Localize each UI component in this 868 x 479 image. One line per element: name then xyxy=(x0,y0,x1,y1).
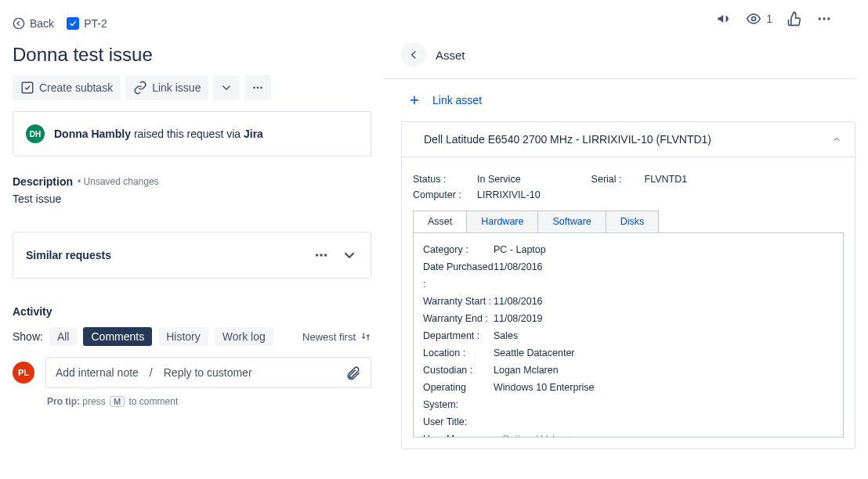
link-asset-button[interactable]: Link asset xyxy=(384,79,855,121)
asset-field-row: Custodian :Logan Mclaren xyxy=(423,362,834,379)
svg-rect-5 xyxy=(22,82,33,93)
computer-value: LIRRIXIVIL-10 xyxy=(477,187,541,203)
asset-field-row: Operating System:Windows 10 Enterprise xyxy=(423,379,834,413)
reply-to-customer[interactable]: Reply to customer xyxy=(164,366,252,379)
svg-point-2 xyxy=(819,17,821,20)
thumbs-up-icon xyxy=(787,11,802,27)
field-key: Category : xyxy=(423,241,494,258)
megaphone-icon xyxy=(716,11,732,27)
svg-point-1 xyxy=(752,17,756,21)
asset-title: Dell Latitude E6540 2700 MHz - LIRRIXIVI… xyxy=(424,133,711,146)
field-key: Location : xyxy=(423,344,494,362)
field-value: PC - Laptop xyxy=(494,241,546,258)
field-value: Sales xyxy=(494,327,518,344)
field-value: 11/08/2016 xyxy=(494,293,543,310)
unsaved-badge: • Unsaved changes xyxy=(78,176,159,187)
show-label: Show: xyxy=(13,330,43,343)
tab-hardware[interactable]: Hardware xyxy=(467,211,538,232)
tab-software[interactable]: Software xyxy=(538,211,606,232)
description-label: Description xyxy=(13,175,73,188)
tab-disks[interactable]: Disks xyxy=(606,211,659,232)
arrow-left-icon xyxy=(13,17,25,30)
link-issue-button[interactable]: Link issue xyxy=(125,75,208,100)
similar-label: Similar requests xyxy=(26,249,111,261)
svg-point-7 xyxy=(257,87,259,89)
link-issue-dropdown[interactable] xyxy=(213,75,240,100)
requester-text: Donna Hambly raised this request via Jir… xyxy=(54,128,263,140)
separator: / xyxy=(150,366,153,379)
status-key: Status : xyxy=(413,171,471,187)
asset-field-row: Date Purchased :11/08/2016 xyxy=(423,258,834,293)
asset-field-row: Department :Sales xyxy=(423,327,834,344)
dots-icon xyxy=(816,11,832,27)
serial-key: Serial : xyxy=(591,171,638,187)
field-value: Logan Mclaren xyxy=(494,362,559,379)
tab-asset[interactable]: Asset xyxy=(414,211,467,232)
sort-button[interactable]: Newest first xyxy=(302,331,371,343)
asset-panel-header[interactable]: Dell Latitude E6540 2700 MHz - LIRRIXIVI… xyxy=(402,122,855,157)
field-key: Department : xyxy=(423,327,494,344)
asset-field-row: User Manager:< Optional Value > xyxy=(423,430,834,437)
create-subtask-button[interactable]: Create subtask xyxy=(13,75,121,100)
asset-fields[interactable]: Category :PC - LaptopDate Purchased :11/… xyxy=(414,233,843,437)
field-value: Seattle Datacenter xyxy=(494,344,575,362)
asset-field-row: Warranty End :11/08/2019 xyxy=(423,310,834,327)
requester-box: DH Donna Hambly raised this request via … xyxy=(13,111,371,157)
field-key: Warranty End : xyxy=(423,310,494,327)
issue-key-link[interactable]: PT-2 xyxy=(67,17,107,30)
issue-key: PT-2 xyxy=(84,17,107,30)
dots-icon xyxy=(251,81,265,95)
serial-value: FLVNTD1 xyxy=(645,171,688,187)
svg-point-6 xyxy=(254,87,256,89)
field-key: Custodian : xyxy=(423,362,494,379)
page-title: Donna test issue xyxy=(13,44,371,66)
asset-tabs: Asset Hardware Software Disks xyxy=(413,211,659,233)
more-actions-button[interactable] xyxy=(816,11,832,27)
field-key: User Title: xyxy=(423,413,494,430)
like-button[interactable] xyxy=(787,11,802,27)
watchers-count: 1 xyxy=(766,13,772,25)
description-text[interactable]: Test issue xyxy=(13,193,371,205)
filter-comments[interactable]: Comments xyxy=(83,327,152,346)
asset-back-button[interactable] xyxy=(401,42,426,67)
comment-input[interactable]: Add internal note / Reply to customer xyxy=(45,357,371,388)
back-button[interactable]: Back xyxy=(13,17,54,30)
asset-field-row: Warranty Start :11/08/2016 xyxy=(423,293,834,310)
asset-head-label: Asset xyxy=(436,49,465,62)
asset-field-row: Category :PC - Laptop xyxy=(423,241,834,258)
add-internal-note[interactable]: Add internal note xyxy=(56,366,139,379)
toolbar-more-button[interactable] xyxy=(244,75,271,100)
field-value: 11/08/2019 xyxy=(494,310,543,327)
sort-icon xyxy=(360,331,371,342)
svg-point-4 xyxy=(827,17,830,20)
asset-panel: Dell Latitude E6540 2700 MHz - LIRRIXIVI… xyxy=(401,121,855,449)
issue-type-icon xyxy=(67,17,79,30)
field-value: 11/08/2016 xyxy=(494,258,543,293)
field-key: Operating System: xyxy=(423,379,494,413)
svg-point-8 xyxy=(261,87,263,89)
create-subtask-label: Create subtask xyxy=(39,81,113,94)
similar-requests-panel[interactable]: Similar requests xyxy=(13,232,371,279)
svg-point-9 xyxy=(316,254,319,257)
computer-key: Computer : xyxy=(413,187,471,203)
filter-history[interactable]: History xyxy=(158,327,208,346)
attachment-icon[interactable] xyxy=(345,365,361,380)
filter-worklog[interactable]: Work log xyxy=(215,327,273,346)
svg-point-10 xyxy=(320,254,323,257)
field-key: Date Purchased : xyxy=(423,258,494,293)
link-asset-label: Link asset xyxy=(432,94,482,106)
chevron-down-icon xyxy=(219,81,233,95)
plus-icon xyxy=(407,93,421,107)
breadcrumb: Back PT-2 xyxy=(13,17,107,30)
dots-icon[interactable] xyxy=(313,247,330,264)
chevron-down-icon[interactable] xyxy=(341,247,358,264)
link-icon xyxy=(133,81,147,95)
back-label: Back xyxy=(30,17,54,30)
current-user-avatar: PL xyxy=(13,362,34,384)
watchers-button[interactable]: 1 xyxy=(746,11,772,27)
svg-point-3 xyxy=(823,17,825,20)
field-value: Windows 10 Enterprise xyxy=(494,379,595,413)
filter-all[interactable]: All xyxy=(49,327,78,346)
feedback-button[interactable] xyxy=(716,11,732,27)
asset-field-row: Location :Seattle Datacenter xyxy=(423,344,834,362)
